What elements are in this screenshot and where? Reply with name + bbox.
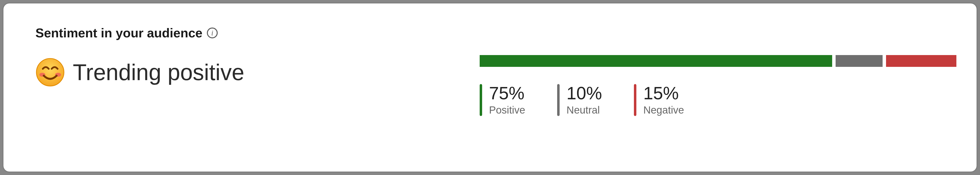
legend-text-positive: 75% Positive bbox=[489, 84, 525, 116]
bar-segment-positive bbox=[480, 55, 832, 67]
legend-pct-neutral: 10% bbox=[566, 84, 602, 103]
legend-label-negative: Negative bbox=[643, 104, 684, 116]
sentiment-card: Sentiment in your audience i bbox=[3, 3, 977, 172]
bar-segment-negative bbox=[886, 55, 957, 67]
trend-label: Trending positive bbox=[73, 59, 244, 85]
svg-point-0 bbox=[37, 59, 64, 86]
legend-item-neutral: 10% Neutral bbox=[557, 84, 602, 116]
legend-pct-positive: 75% bbox=[489, 84, 525, 103]
info-glyph: i bbox=[211, 29, 213, 37]
legend-label-neutral: Neutral bbox=[566, 104, 602, 116]
card-title: Sentiment in your audience bbox=[35, 25, 202, 40]
sentiment-right-column: 75% Positive 10% Neutral 15% Negative bbox=[480, 55, 950, 116]
legend-tick-neutral bbox=[557, 84, 560, 116]
legend-tick-positive bbox=[480, 84, 482, 116]
info-icon[interactable]: i bbox=[207, 27, 218, 38]
legend-item-negative: 15% Negative bbox=[634, 84, 684, 116]
sentiment-legend: 75% Positive 10% Neutral 15% Negative bbox=[480, 84, 950, 116]
title-row: Sentiment in your audience i bbox=[35, 25, 244, 40]
legend-pct-negative: 15% bbox=[643, 84, 684, 103]
bar-segment-neutral bbox=[835, 55, 883, 67]
legend-text-negative: 15% Negative bbox=[643, 84, 684, 116]
legend-item-positive: 75% Positive bbox=[480, 84, 525, 116]
sentiment-left-column: Sentiment in your audience i bbox=[35, 25, 244, 87]
trend-row: Trending positive bbox=[35, 57, 244, 87]
legend-tick-negative bbox=[634, 84, 636, 116]
sentiment-bar bbox=[480, 55, 950, 67]
legend-text-neutral: 10% Neutral bbox=[566, 84, 602, 116]
legend-label-positive: Positive bbox=[489, 104, 525, 116]
smiling-face-emoji-icon bbox=[35, 57, 65, 87]
